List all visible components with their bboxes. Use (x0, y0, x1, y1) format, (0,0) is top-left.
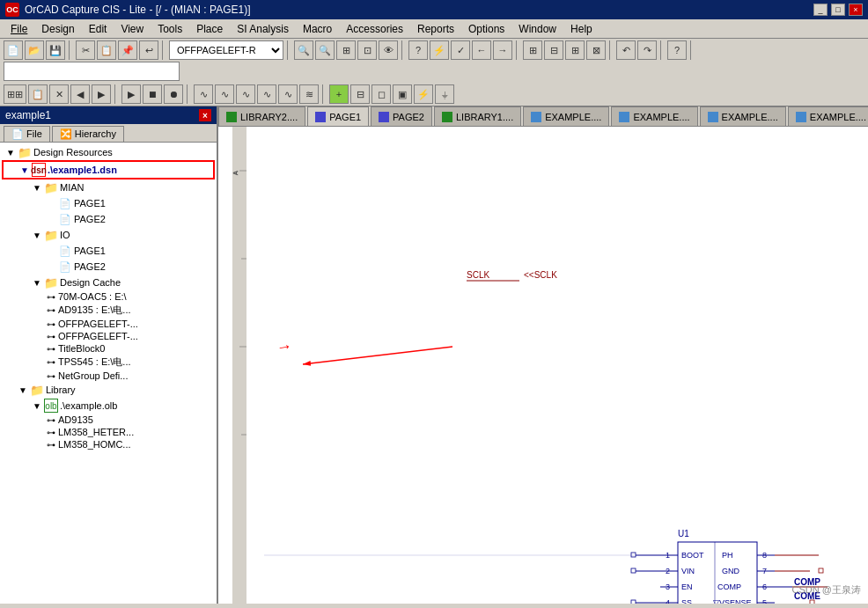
tree-offpager[interactable]: ⊶ OFFPAGELEFT-... (2, 330, 215, 342)
tb2-rec[interactable]: ⏺ (164, 84, 183, 104)
tab-hierarchy[interactable]: 🔀 Hierarchy (52, 126, 124, 142)
menu-design[interactable]: Design (34, 21, 81, 37)
tree-ad9135-2[interactable]: ⊶ AD9135 (2, 414, 215, 426)
tree-example1-dsn[interactable]: ▼ dsn .\example1.dsn (2, 160, 215, 179)
menu-view[interactable]: View (114, 21, 151, 37)
tree-lm358h[interactable]: ⊶ LM358_HETER... (2, 426, 215, 438)
tb2-wave4[interactable]: ∿ (257, 84, 276, 104)
search-input[interactable] (4, 62, 180, 81)
undo-btn[interactable]: ↩ (139, 40, 158, 60)
page-icon-2: 📄 (58, 212, 72, 226)
tb2-wave3[interactable]: ∿ (236, 84, 255, 104)
tree-ad9135[interactable]: ⊶ AD9135 : E:\电... (2, 303, 215, 318)
open-btn[interactable]: 📂 (25, 40, 44, 60)
btn-back[interactable]: ← (472, 40, 491, 60)
tb2-pwr[interactable]: ⚡ (414, 84, 433, 104)
btn-r1[interactable]: ↶ (616, 40, 636, 60)
tb2-btn3[interactable]: ✕ (49, 84, 69, 104)
tab-example3[interactable]: EXAMPLE.... (700, 106, 786, 126)
maximize-button[interactable]: □ (831, 4, 845, 16)
tree-70m-label: 70M-OAC5 : E:\ (58, 291, 127, 302)
tb2-btn1[interactable]: ⊞⊞ (4, 84, 26, 104)
eye-btn[interactable]: 👁 (379, 40, 398, 60)
title-bar: OC OrCAD Capture CIS - Lite - [/ - (MIAN… (0, 0, 868, 19)
new-btn[interactable]: 📄 (4, 40, 23, 60)
cut-btn[interactable]: ✂ (76, 40, 95, 60)
tree-io-page2[interactable]: 📄 PAGE2 (2, 259, 215, 275)
menu-place[interactable]: Place (189, 21, 230, 37)
btn-pn1[interactable]: ⊞ (523, 40, 542, 60)
tree-lm358hom[interactable]: ⊶ LM358_HOMC... (2, 438, 215, 451)
btn-pn4[interactable]: ⊠ (586, 40, 606, 60)
tb2-wave2[interactable]: ∿ (215, 84, 234, 104)
tree-netgroup[interactable]: ⊶ NetGroup Defi... (2, 370, 215, 382)
tree-library[interactable]: ▼ 📁 Library (2, 382, 215, 398)
tab-library2[interactable]: LIBRARY2.... (218, 106, 305, 126)
menu-tools[interactable]: Tools (151, 21, 189, 37)
tb2-hier[interactable]: ▣ (393, 84, 412, 104)
btn-net[interactable]: ⚡ (430, 40, 449, 60)
tb2-wave5[interactable]: ∿ (278, 84, 298, 104)
tb2-green[interactable]: + (329, 84, 349, 104)
tab-library1[interactable]: LIBRARY1.... (434, 106, 521, 126)
tab-file[interactable]: 📄 File (4, 126, 50, 142)
tab-example1[interactable]: EXAMPLE.... (523, 106, 609, 126)
ruler-vertical: A (232, 127, 246, 604)
tree-design-resources[interactable]: ▼ 📁 Design Resources (2, 144, 215, 160)
tb2-btn4[interactable]: ◀ (70, 84, 90, 104)
tree-offpagel[interactable]: ⊶ OFFPAGELEFT-... (2, 318, 215, 330)
menu-help[interactable]: Help (563, 21, 600, 37)
btn-r2[interactable]: ↷ (637, 40, 657, 60)
tree-mian[interactable]: ▼ 📁 MIAN (2, 179, 215, 195)
help-btn[interactable]: ? (667, 40, 687, 60)
zoom-out-btn[interactable]: 🔍 (315, 40, 335, 60)
tree-example-olb[interactable]: ▼ olb .\example.olb (2, 398, 215, 414)
tree-design-cache[interactable]: ▼ 📁 Design Cache (2, 275, 215, 290)
tb2-wire[interactable]: ◻ (371, 84, 391, 104)
save-btn[interactable]: 💾 (46, 40, 65, 60)
tb2-btn5[interactable]: ▶ (92, 84, 111, 104)
menu-si-analysis[interactable]: SI Analysis (230, 21, 296, 37)
menu-window[interactable]: Window (511, 21, 563, 37)
zoom-in-btn[interactable]: 🔍 (294, 40, 313, 60)
tree-70m[interactable]: ⊶ 70M-OAC5 : E:\ (2, 290, 215, 303)
menu-edit[interactable]: Edit (82, 21, 114, 37)
tb2-play[interactable]: ▶ (121, 84, 141, 104)
tree-io[interactable]: ▼ 📁 IO (2, 227, 215, 243)
tb2-wave[interactable]: ∿ (194, 84, 213, 104)
menu-macro[interactable]: Macro (296, 21, 339, 37)
zoom-sel-btn[interactable]: ⊡ (357, 40, 377, 60)
tab-example4[interactable]: EXAMPLE.... (788, 106, 868, 126)
tab-example2[interactable]: EXAMPLE.... (611, 106, 697, 126)
tree-io-page1[interactable]: 📄 PAGE1 (2, 243, 215, 259)
tb2-stop[interactable]: ⏹ (143, 84, 162, 104)
btn-fwd[interactable]: → (493, 40, 512, 60)
tree-mian-page2[interactable]: 📄 PAGE2 (2, 211, 215, 227)
paste-btn[interactable]: 📌 (118, 40, 137, 60)
tb2-bus[interactable]: ⊟ (350, 84, 370, 104)
part-selector[interactable]: OFFPAGELEFT-R (169, 40, 283, 60)
panel-close-btn[interactable]: × (199, 109, 211, 121)
tb2-gnd[interactable]: ⏚ (435, 84, 454, 104)
tb2-btn2[interactable]: 📋 (28, 84, 48, 104)
tab-page1[interactable]: PAGE1 (307, 106, 369, 126)
zoom-all-btn[interactable]: ⊞ (336, 40, 356, 60)
btn-pn2[interactable]: ⊟ (544, 40, 563, 60)
tab-page2[interactable]: PAGE2 (371, 106, 432, 126)
btn-drc[interactable]: ✓ (451, 40, 470, 60)
minimize-button[interactable]: _ (813, 4, 828, 16)
tab-ex2-icon (619, 112, 629, 122)
menu-options[interactable]: Options (461, 21, 511, 37)
menu-accessories[interactable]: Accessories (339, 21, 410, 37)
copy-btn[interactable]: 📋 (97, 40, 116, 60)
tree-tps545[interactable]: ⊶ TPS545 : E:\电... (2, 355, 215, 370)
btn-q[interactable]: ? (408, 40, 428, 60)
menu-file[interactable]: File (4, 21, 34, 37)
tree-mian-page1[interactable]: 📄 PAGE1 (2, 195, 215, 211)
btn-pn3[interactable]: ⊞ (565, 40, 585, 60)
tb2-wave6[interactable]: ≋ (299, 84, 319, 104)
schematic-canvas[interactable]: 1 2 3 4 A (218, 127, 868, 604)
tree-titleblock[interactable]: ⊶ TitleBlock0 (2, 342, 215, 355)
close-button[interactable]: × (849, 4, 863, 16)
menu-reports[interactable]: Reports (410, 21, 461, 37)
